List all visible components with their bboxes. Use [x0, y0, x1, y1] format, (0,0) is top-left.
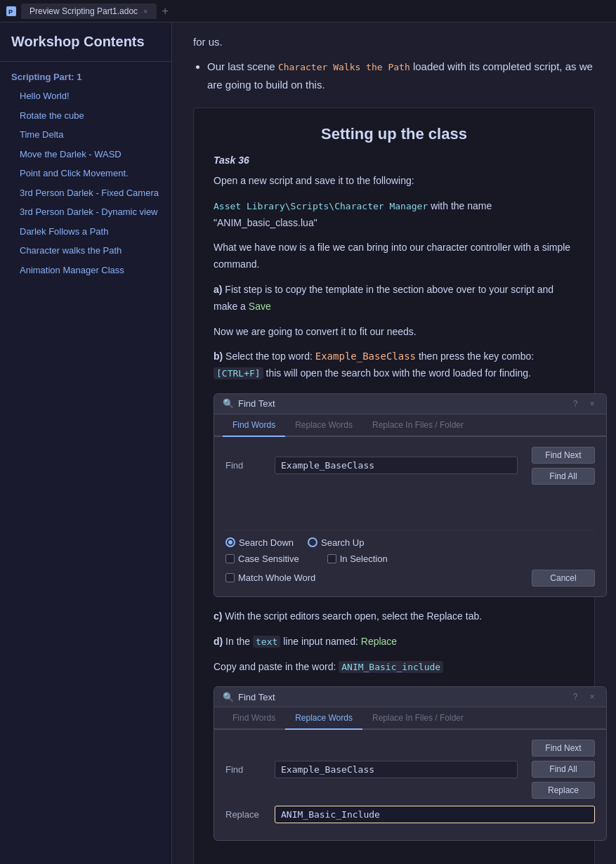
sidebar-item-point-click[interactable]: Point and Click Movement. [0, 164, 171, 183]
dialog1-tab-find[interactable]: Find Words [223, 414, 285, 436]
step-b-label: b) [214, 351, 223, 362]
dialog1-titlebar: 🔍 Find Text ? × [214, 394, 606, 414]
dialog1-tab-replace-folder[interactable]: Replace In Files / Folder [362, 414, 473, 436]
radio-down-label: Search Down [239, 537, 294, 548]
step-d-text2: Copy and paste in the word: [214, 661, 336, 672]
checkbox-whole-label: Match Whole Word [238, 572, 315, 583]
dialog2-replace-input[interactable] [275, 806, 595, 823]
dialog1-radio-search-down[interactable]: Search Down [225, 537, 294, 548]
step-a-label: a) [214, 284, 222, 295]
dialog1-radio-row: Search Down Search Up [225, 537, 595, 548]
dialog1-checkbox-selection[interactable]: In Selection [327, 554, 388, 564]
dialog2-find-next-button[interactable]: Find Next [532, 740, 595, 757]
dialog2-title: Find Text [238, 692, 275, 702]
main-section-box: Setting up the class Task 36 Open a new … [193, 107, 595, 864]
dialog2-replace-row: Replace [225, 806, 595, 823]
step-b-rest: this will open the search box with the w… [266, 367, 531, 379]
dialog2-help-button[interactable]: ? [570, 691, 581, 702]
dialog2-titlebar: 🔍 Find Text ? × [214, 687, 606, 707]
app-icon: P [6, 6, 17, 17]
sidebar-item-3rd-dynamic[interactable]: 3rd Person Darlek - Dynamic view [0, 202, 171, 222]
dialog1-tab-replace[interactable]: Replace Words [285, 414, 362, 436]
dialog1-btn-group: Find Next Find All [532, 447, 595, 485]
dialog2-close-button[interactable]: × [586, 691, 598, 702]
dialog2-title-left: 🔍 Find Text [223, 692, 275, 702]
step-a-link: Save [249, 301, 271, 312]
dialog2-tab-replace[interactable]: Replace Words [285, 707, 362, 728]
dialog1-find-label: Find [225, 460, 268, 471]
checkbox-whole-box [225, 573, 235, 582]
dialog2-find-label: Find [225, 764, 268, 775]
sidebar-item-hello-world[interactable]: Hello World! [0, 86, 171, 106]
sidebar-item-darlek-path[interactable]: Darlek Follows a Path [0, 222, 171, 242]
task-label: Task 36 [214, 155, 575, 166]
step-d-text-mid: line input named: [283, 636, 358, 647]
bullet-intro: Our last scene [207, 60, 275, 72]
dialog2-tab-find[interactable]: Find Words [223, 707, 285, 728]
dialog1-find-all-button[interactable]: Find All [532, 468, 595, 485]
step-d-label: d) [214, 636, 223, 647]
dialog2-replace-button[interactable]: Replace [532, 782, 595, 799]
dialog2-find-input[interactable] [275, 761, 518, 778]
dialog1-cancel-button[interactable]: Cancel [532, 570, 595, 587]
top-paragraph: for us. [193, 34, 595, 51]
sidebar-item-anim-manager[interactable]: Animation Manager Class [0, 261, 171, 280]
dialog2-tabs: Find Words Replace Words Replace In File… [214, 707, 606, 730]
sidebar-item-rotate-cube[interactable]: Rotate the cube [0, 106, 171, 126]
find2-icon: 🔍 [223, 692, 234, 702]
tab-label: Preview Scripting Part1.adoc [30, 6, 138, 16]
step-a: a) Fist step is to copy the template in … [214, 282, 575, 315]
dialog1-title: Find Text [238, 398, 275, 409]
step-c-text: With the script editors search open, sel… [225, 610, 482, 622]
tab-preview[interactable]: Preview Scripting Part1.adoc × [21, 4, 157, 19]
para-b-intro: Now we are going to convert it to fit ou… [214, 324, 575, 341]
dialog2-btn-group: Find Next Find All Replace [532, 740, 595, 799]
step-b-combo: [CTRL+F] [214, 367, 263, 379]
step-d-code: text [253, 636, 280, 648]
sidebar-item-3rd-fixed[interactable]: 3rd Person Darlek - Fixed Camera [0, 183, 171, 203]
dialog1-checkbox-whole[interactable]: Match Whole Word [225, 572, 315, 583]
dialog2-body: Find Find Next Find All Replace Replace [214, 730, 606, 840]
dialog1-title-left: 🔍 Find Text [223, 398, 275, 409]
step-d-text-pre: In the [225, 636, 250, 647]
dialog1-checkbox-case[interactable]: Case Sensitive [225, 554, 299, 564]
step-c: c) With the script editors search open, … [214, 608, 575, 625]
checkbox-case-label: Case Sensitive [238, 554, 299, 564]
dialog1-container: 🔍 Find Text ? × Find Words Replace Words… [214, 393, 575, 597]
tab-close-button[interactable]: × [143, 7, 148, 15]
dialog2-find-all-button[interactable]: Find All [532, 761, 595, 778]
new-tab-button[interactable]: + [162, 5, 169, 18]
dialog1-help-button[interactable]: ? [570, 398, 581, 410]
dialog1-actions[interactable]: ? × [570, 398, 598, 410]
dialog1-find-next-button[interactable]: Find Next [532, 447, 595, 464]
dialog1-divider [225, 530, 595, 530]
step-b-link: Example_BaseClass [315, 351, 416, 362]
bullet-link: Character Walks the Path [278, 62, 410, 72]
dialog1-radio-search-up[interactable]: Search Up [308, 537, 364, 548]
dialog1-find-row: Find Find Next Find All [225, 447, 595, 485]
svg-text:P: P [8, 8, 13, 15]
sidebar-item-time-delta[interactable]: Time Delta [0, 125, 171, 145]
sidebar-item-character-path[interactable]: Character walks the Path [0, 241, 171, 261]
dialog1-checkbox-row1: Case Sensitive In Selection [225, 554, 595, 564]
dialog1-find-input[interactable] [275, 457, 518, 474]
checkbox-selection-box [327, 554, 336, 563]
radio-up-label: Search Up [321, 537, 364, 548]
dialog2-actions[interactable]: ? × [570, 691, 598, 702]
section-title: Setting up the class [214, 125, 575, 143]
content-top: for us. Our last scene Character Walks t… [193, 22, 595, 93]
step-d-copy: Copy and paste in the word: ANIM_Basic_i… [214, 659, 575, 676]
checkbox-selection-label: In Selection [340, 554, 388, 564]
step-b-text: Select the top word: [225, 351, 313, 362]
content-area: for us. Our last scene Character Walks t… [172, 22, 616, 864]
dialog1-close-button[interactable]: × [586, 398, 598, 410]
sidebar-section-label: Scripting Part: 1 [0, 67, 171, 86]
para-intro: What we have now is a file we can bring … [214, 240, 575, 273]
sidebar-item-move-darlek[interactable]: Move the Darlek - WASD [0, 145, 171, 164]
dialog2-replace-label: Replace [225, 809, 268, 820]
step-b-rest-pre: then press the key combo: [419, 351, 534, 362]
task-path: Asset Library\Scripts\Character Manager [214, 201, 428, 211]
step-d: d) In the text line input named: Replace [214, 634, 575, 650]
dialog2: 🔍 Find Text ? × Find Words Replace Words… [214, 686, 607, 841]
dialog2-tab-replace-folder[interactable]: Replace In Files / Folder [362, 707, 473, 728]
